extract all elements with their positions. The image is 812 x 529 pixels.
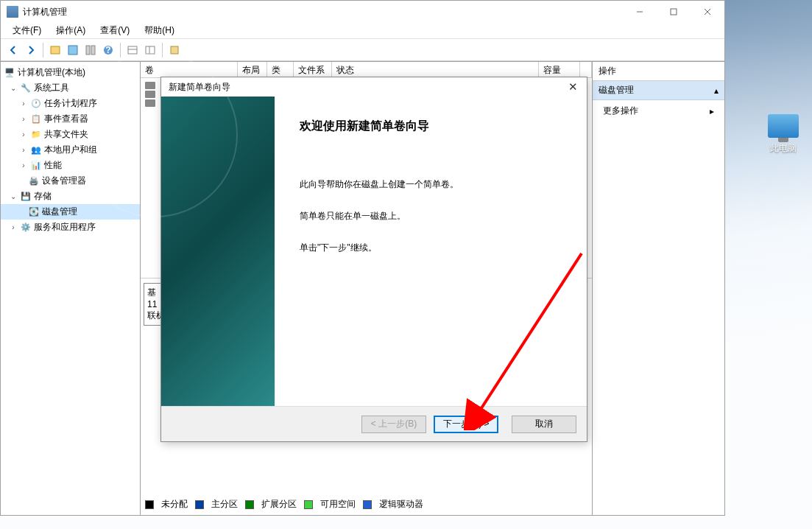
legend-label: 主分区 xyxy=(211,498,238,511)
col-more[interactable] xyxy=(580,62,592,77)
window-title: 计算机管理 xyxy=(23,6,623,18)
users-icon: 👥 xyxy=(30,144,42,156)
expand-icon[interactable]: › xyxy=(19,115,28,123)
wizard-body: 欢迎使用新建简单卷向导 此向导帮助你在磁盘上创建一个简单卷。 简单卷只能在单一磁… xyxy=(161,97,587,406)
legend-swatch-logical xyxy=(363,500,372,509)
col-type[interactable]: 类型 xyxy=(267,62,294,77)
minimize-button[interactable] xyxy=(623,1,657,23)
storage-icon: 💾 xyxy=(20,191,32,203)
svg-rect-1 xyxy=(671,9,677,15)
menubar: 文件(F) 操作(A) 查看(V) 帮助(H) xyxy=(1,23,724,39)
maximize-button[interactable] xyxy=(657,1,691,23)
actions-section[interactable]: 磁盘管理 ▴ xyxy=(593,81,724,100)
svg-rect-6 xyxy=(86,46,90,55)
menu-view[interactable]: 查看(V) xyxy=(93,23,137,38)
wizard-text: 此向导帮助你在磁盘上创建一个简单卷。 xyxy=(300,178,569,191)
tree-label: 系统工具 xyxy=(34,82,69,94)
help-icon[interactable]: ? xyxy=(100,42,116,58)
collapse-icon: ▴ xyxy=(714,85,719,96)
legend-label: 扩展分区 xyxy=(261,498,297,511)
legend-swatch-free xyxy=(304,500,313,509)
wizard-heading: 欢迎使用新建简单卷向导 xyxy=(300,119,569,134)
tree-label: 服务和应用程序 xyxy=(34,221,96,234)
tree-label: 设备管理器 xyxy=(42,175,86,187)
wizard-close-button[interactable]: ✕ xyxy=(563,80,582,94)
svg-rect-14 xyxy=(171,46,178,54)
expand-icon[interactable]: › xyxy=(19,146,28,154)
expand-icon[interactable]: › xyxy=(19,99,28,108)
services-icon: ⚙️ xyxy=(20,222,32,234)
menu-help[interactable]: 帮助(H) xyxy=(137,23,182,38)
cancel-button[interactable]: 取消 xyxy=(512,416,576,433)
actions-section-label: 磁盘管理 xyxy=(599,84,634,97)
chevron-right-icon: ▸ xyxy=(710,106,714,116)
collapse-icon[interactable]: ⌄ xyxy=(9,84,18,92)
perf-icon: 📊 xyxy=(30,160,42,172)
wizard-content: 欢迎使用新建简单卷向导 此向导帮助你在磁盘上创建一个简单卷。 简单卷只能在单一磁… xyxy=(275,97,587,406)
svg-rect-7 xyxy=(91,46,95,55)
toolbar-separator xyxy=(120,43,121,57)
toolbar-btn-3[interactable] xyxy=(82,42,99,58)
collapse-icon[interactable]: ⌄ xyxy=(9,192,18,200)
monitor-icon xyxy=(768,114,799,138)
toolbar: ? xyxy=(1,39,724,61)
toolbar-separator xyxy=(43,43,43,57)
event-icon: 📋 xyxy=(30,113,42,125)
svg-rect-5 xyxy=(68,46,77,55)
desktop-icon-label: 此电脑 xyxy=(768,142,799,155)
disk-icon: 💽 xyxy=(28,206,40,218)
tree-services-apps[interactable]: › ⚙️ 服务和应用程序 xyxy=(1,220,140,235)
expand-icon[interactable]: › xyxy=(9,223,18,231)
wizard-side-graphic xyxy=(161,97,275,406)
menu-action[interactable]: 操作(A) xyxy=(49,23,93,38)
forward-button[interactable] xyxy=(23,42,39,58)
back-button: < 上一步(B) xyxy=(361,416,426,433)
col-capacity[interactable]: 容量 xyxy=(539,62,580,77)
legend: 未分配 主分区 扩展分区 可用空间 逻辑驱动器 xyxy=(145,498,423,511)
desktop-icon-this-pc[interactable]: 此电脑 xyxy=(768,114,799,155)
actions-header: 操作 xyxy=(593,62,724,81)
svg-rect-10 xyxy=(128,46,137,54)
legend-swatch-primary xyxy=(195,500,204,509)
col-status[interactable]: 状态 xyxy=(332,62,539,77)
wizard-title: 新建简单卷向导 xyxy=(169,81,563,94)
col-layout[interactable]: 布局 xyxy=(238,62,267,77)
toolbar-btn-1[interactable] xyxy=(47,42,63,58)
titlebar: 计算机管理 xyxy=(1,1,724,23)
app-icon xyxy=(7,6,18,18)
tree-label: 性能 xyxy=(44,159,62,172)
legend-swatch-unallocated xyxy=(145,500,154,509)
more-actions-label: 更多操作 xyxy=(603,105,638,117)
legend-label: 未分配 xyxy=(161,498,188,511)
svg-rect-4 xyxy=(51,46,60,54)
tools-icon: 🔧 xyxy=(20,83,32,94)
clock-icon: 🕐 xyxy=(30,98,42,110)
wizard-text: 简单卷只能在单一磁盘上。 xyxy=(300,210,569,223)
tree-label: 存储 xyxy=(34,190,52,203)
tree-label: 磁盘管理 xyxy=(42,206,77,218)
expand-icon[interactable]: › xyxy=(19,161,28,169)
toolbar-btn-2[interactable] xyxy=(65,42,81,58)
more-actions[interactable]: 更多操作 ▸ xyxy=(593,100,724,122)
computer-icon: 🖥️ xyxy=(4,67,15,79)
wizard-button-bar: < 上一步(B) 下一步(N) > 取消 xyxy=(161,406,587,441)
close-button[interactable] xyxy=(691,1,724,23)
col-filesystem[interactable]: 文件系统 xyxy=(294,62,332,77)
menu-file[interactable]: 文件(F) xyxy=(5,23,49,38)
back-button[interactable] xyxy=(5,42,21,58)
expand-icon[interactable]: › xyxy=(19,130,28,139)
legend-label: 可用空间 xyxy=(320,498,356,511)
new-simple-volume-wizard: 新建简单卷向导 ✕ 欢迎使用新建简单卷向导 此向导帮助你在磁盘上创建一个简单卷。… xyxy=(160,77,587,442)
device-icon: 🖨️ xyxy=(28,175,40,187)
folder-icon: 📁 xyxy=(30,129,42,141)
legend-swatch-extended xyxy=(245,500,254,509)
legend-label: 逻辑驱动器 xyxy=(379,498,423,511)
tree-label: 计算机管理(本地) xyxy=(18,66,85,79)
svg-text:?: ? xyxy=(105,45,110,55)
wizard-text: 单击"下一步"继续。 xyxy=(300,242,569,254)
next-button[interactable]: 下一步(N) > xyxy=(434,416,498,433)
actions-pane: 操作 磁盘管理 ▴ 更多操作 ▸ xyxy=(592,62,724,515)
